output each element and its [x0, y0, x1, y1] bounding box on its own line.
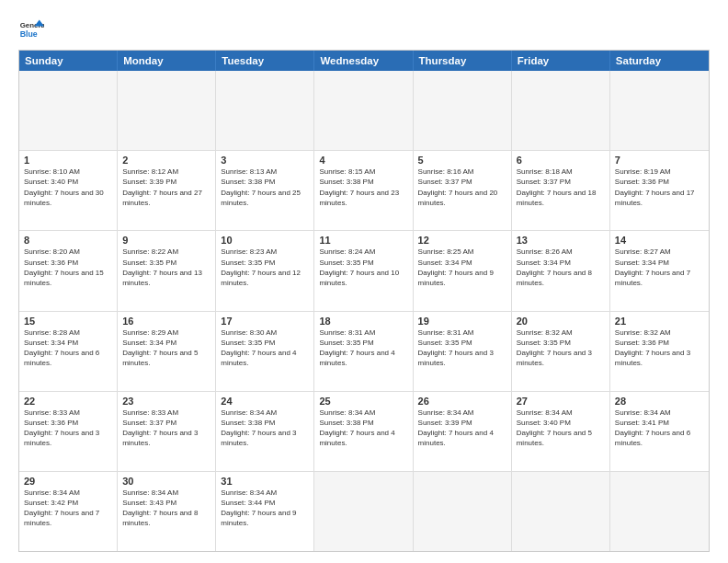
sunrise-line: Sunrise: 8:29 AM	[122, 327, 210, 338]
calendar-header: SundayMondayTuesdayWednesdayThursdayFrid…	[19, 51, 709, 71]
day-cell-5: 5Sunrise: 8:16 AMSunset: 3:37 PMDaylight…	[414, 151, 512, 230]
daylight-line: Daylight: 7 hours and 27 minutes.	[122, 188, 210, 208]
empty-cell	[19, 71, 118, 150]
sunset-line: Sunset: 3:38 PM	[221, 418, 309, 428]
calendar-body: 1Sunrise: 8:10 AMSunset: 3:40 PMDaylight…	[19, 71, 709, 551]
empty-cell	[414, 472, 512, 551]
day-cell-14: 14Sunrise: 8:27 AMSunset: 3:34 PMDayligh…	[610, 231, 709, 310]
day-cell-23: 23Sunrise: 8:33 AMSunset: 3:37 PMDayligh…	[118, 392, 216, 471]
sunset-line: Sunset: 3:34 PM	[24, 338, 112, 348]
empty-cell	[314, 71, 413, 150]
day-number: 16	[122, 316, 210, 327]
day-cell-16: 16Sunrise: 8:29 AMSunset: 3:34 PMDayligh…	[118, 312, 216, 391]
day-number: 28	[615, 396, 704, 407]
empty-cell	[414, 71, 512, 150]
day-number: 29	[24, 476, 112, 487]
sunrise-line: Sunrise: 8:19 AM	[615, 167, 704, 177]
sunset-line: Sunset: 3:42 PM	[24, 498, 112, 508]
day-header-friday: Friday	[512, 51, 610, 71]
daylight-line: Daylight: 7 hours and 3 minutes.	[24, 428, 112, 448]
empty-cell	[314, 472, 413, 551]
day-number: 3	[221, 155, 309, 166]
day-cell-9: 9Sunrise: 8:22 AMSunset: 3:35 PMDaylight…	[118, 231, 216, 310]
day-cell-6: 6Sunrise: 8:18 AMSunset: 3:37 PMDaylight…	[512, 151, 610, 230]
day-number: 30	[122, 476, 210, 487]
day-header-sunday: Sunday	[19, 51, 118, 71]
daylight-line: Daylight: 7 hours and 6 minutes.	[615, 428, 704, 448]
day-number: 23	[122, 396, 210, 407]
daylight-line: Daylight: 7 hours and 5 minutes.	[517, 428, 605, 448]
sunrise-line: Sunrise: 8:30 AM	[221, 327, 309, 338]
sunset-line: Sunset: 3:44 PM	[221, 498, 309, 508]
sunrise-line: Sunrise: 8:12 AM	[122, 167, 210, 177]
day-header-saturday: Saturday	[610, 51, 709, 71]
sunrise-line: Sunrise: 8:34 AM	[418, 408, 506, 418]
sunrise-line: Sunrise: 8:13 AM	[221, 167, 309, 177]
sunset-line: Sunset: 3:36 PM	[615, 177, 704, 187]
sunrise-line: Sunrise: 8:10 AM	[24, 167, 112, 177]
day-number: 10	[221, 235, 309, 246]
day-number: 2	[122, 155, 210, 166]
sunset-line: Sunset: 3:37 PM	[122, 418, 210, 428]
sunset-line: Sunset: 3:39 PM	[122, 177, 210, 187]
calendar-row-2: 8Sunrise: 8:20 AMSunset: 3:36 PMDaylight…	[19, 231, 709, 311]
sunrise-line: Sunrise: 8:22 AM	[122, 247, 210, 257]
sunrise-line: Sunrise: 8:25 AM	[418, 247, 506, 257]
daylight-line: Daylight: 7 hours and 17 minutes.	[615, 188, 704, 208]
daylight-line: Daylight: 7 hours and 25 minutes.	[221, 188, 309, 208]
sunset-line: Sunset: 3:34 PM	[122, 338, 210, 348]
daylight-line: Daylight: 7 hours and 4 minutes.	[319, 428, 407, 448]
day-header-monday: Monday	[118, 51, 216, 71]
sunset-line: Sunset: 3:35 PM	[319, 338, 407, 348]
sunrise-line: Sunrise: 8:23 AM	[221, 247, 309, 257]
day-cell-7: 7Sunrise: 8:19 AMSunset: 3:36 PMDaylight…	[610, 151, 709, 230]
sunrise-line: Sunrise: 8:26 AM	[517, 247, 605, 257]
sunset-line: Sunset: 3:34 PM	[418, 258, 506, 268]
empty-cell	[610, 71, 709, 150]
sunset-line: Sunset: 3:43 PM	[122, 498, 210, 508]
day-cell-20: 20Sunrise: 8:32 AMSunset: 3:35 PMDayligh…	[512, 312, 610, 391]
sunrise-line: Sunrise: 8:16 AM	[418, 167, 506, 177]
sunset-line: Sunset: 3:36 PM	[615, 338, 704, 348]
sunrise-line: Sunrise: 8:24 AM	[319, 247, 407, 257]
day-cell-28: 28Sunrise: 8:34 AMSunset: 3:41 PMDayligh…	[610, 392, 709, 471]
sunrise-line: Sunrise: 8:34 AM	[221, 488, 309, 498]
day-cell-29: 29Sunrise: 8:34 AMSunset: 3:42 PMDayligh…	[19, 472, 118, 551]
daylight-line: Daylight: 7 hours and 6 minutes.	[24, 348, 112, 368]
day-cell-4: 4Sunrise: 8:15 AMSunset: 3:38 PMDaylight…	[314, 151, 413, 230]
sunset-line: Sunset: 3:35 PM	[418, 338, 506, 348]
day-number: 5	[418, 155, 506, 166]
day-number: 24	[221, 396, 309, 407]
day-cell-18: 18Sunrise: 8:31 AMSunset: 3:35 PMDayligh…	[314, 312, 413, 391]
sunset-line: Sunset: 3:41 PM	[615, 418, 704, 428]
day-number: 8	[24, 235, 112, 246]
day-cell-27: 27Sunrise: 8:34 AMSunset: 3:40 PMDayligh…	[512, 392, 610, 471]
day-cell-11: 11Sunrise: 8:24 AMSunset: 3:35 PMDayligh…	[314, 231, 413, 310]
day-header-wednesday: Wednesday	[314, 51, 413, 71]
day-cell-15: 15Sunrise: 8:28 AMSunset: 3:34 PMDayligh…	[19, 312, 118, 391]
day-number: 4	[319, 155, 407, 166]
sunset-line: Sunset: 3:37 PM	[418, 177, 506, 187]
empty-cell	[512, 472, 610, 551]
day-number: 7	[615, 155, 704, 166]
day-cell-19: 19Sunrise: 8:31 AMSunset: 3:35 PMDayligh…	[414, 312, 512, 391]
daylight-line: Daylight: 7 hours and 8 minutes.	[122, 508, 210, 528]
day-header-thursday: Thursday	[414, 51, 512, 71]
sunrise-line: Sunrise: 8:32 AM	[615, 327, 704, 338]
sunset-line: Sunset: 3:36 PM	[24, 418, 112, 428]
day-number: 11	[319, 235, 407, 246]
daylight-line: Daylight: 7 hours and 3 minutes.	[221, 428, 309, 448]
day-number: 31	[221, 476, 309, 487]
day-cell-21: 21Sunrise: 8:32 AMSunset: 3:36 PMDayligh…	[610, 312, 709, 391]
calendar-row-1: 1Sunrise: 8:10 AMSunset: 3:40 PMDaylight…	[19, 151, 709, 231]
day-cell-2: 2Sunrise: 8:12 AMSunset: 3:39 PMDaylight…	[118, 151, 216, 230]
sunrise-line: Sunrise: 8:27 AM	[615, 247, 704, 257]
empty-cell	[216, 71, 314, 150]
calendar: SundayMondayTuesdayWednesdayThursdayFrid…	[18, 50, 710, 552]
sunset-line: Sunset: 3:38 PM	[319, 177, 407, 187]
day-cell-10: 10Sunrise: 8:23 AMSunset: 3:35 PMDayligh…	[216, 231, 314, 310]
daylight-line: Daylight: 7 hours and 4 minutes.	[319, 348, 407, 368]
sunset-line: Sunset: 3:35 PM	[517, 338, 605, 348]
sunrise-line: Sunrise: 8:20 AM	[24, 247, 112, 257]
daylight-line: Daylight: 7 hours and 15 minutes.	[24, 268, 112, 288]
